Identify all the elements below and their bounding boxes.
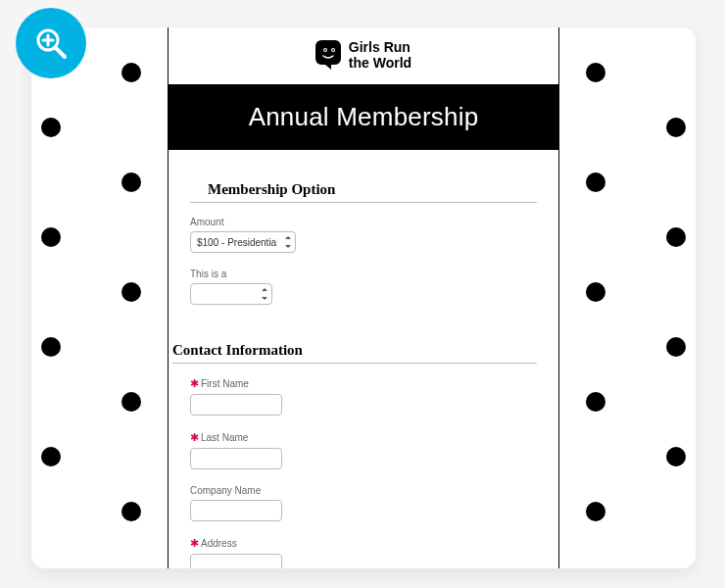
amount-field: Amount $100 - Presidential <box>190 217 537 253</box>
membership-section-title: Membership Option <box>190 181 537 203</box>
amount-select[interactable]: $100 - Presidential <box>190 231 296 253</box>
membership-section: Membership Option Amount $100 - Presiden… <box>190 181 537 305</box>
brand-name: Girls Run the World <box>349 39 411 71</box>
last-name-input[interactable] <box>190 448 282 469</box>
thisisa-label: This is a <box>190 269 537 279</box>
form-page: Girls Run the World Annual Membership Me… <box>168 27 559 568</box>
contact-section: Contact Information ✱ First Name ✱ Last … <box>172 342 537 568</box>
form-area: Membership Option Amount $100 - Presiden… <box>169 150 558 568</box>
first-name-label: First Name <box>201 378 249 389</box>
svg-line-5 <box>56 48 65 57</box>
company-name-field: Company Name <box>190 485 537 521</box>
thisisa-field: This is a <box>190 269 537 305</box>
company-name-input[interactable] <box>190 500 282 521</box>
last-name-field: ✱ Last Name <box>190 431 537 469</box>
svg-point-2 <box>324 49 326 51</box>
first-name-input[interactable] <box>190 394 282 416</box>
address-field: ✱ Address <box>190 537 537 568</box>
screenshot-card: Girls Run the World Annual Membership Me… <box>31 27 696 568</box>
contact-section-title: Contact Information <box>172 342 537 364</box>
page-title-banner: Annual Membership <box>169 84 558 150</box>
required-icon: ✱ <box>190 537 199 550</box>
thisisa-select[interactable] <box>190 283 272 305</box>
address-input[interactable] <box>190 554 282 568</box>
brand-line1: Girls Run <box>349 39 411 55</box>
required-icon: ✱ <box>190 431 199 444</box>
svg-point-3 <box>332 49 334 51</box>
brand-line2: the World <box>349 55 411 71</box>
address-label: Address <box>201 538 237 549</box>
zoom-in-icon <box>33 25 69 61</box>
last-name-label: Last Name <box>201 432 248 443</box>
zoom-button[interactable] <box>16 8 86 78</box>
company-name-label: Company Name <box>190 485 261 496</box>
brand-header: Girls Run the World <box>169 27 558 84</box>
amount-label: Amount <box>190 217 537 227</box>
first-name-field: ✱ First Name <box>190 377 537 416</box>
logo-icon <box>315 40 341 70</box>
required-icon: ✱ <box>190 377 199 390</box>
